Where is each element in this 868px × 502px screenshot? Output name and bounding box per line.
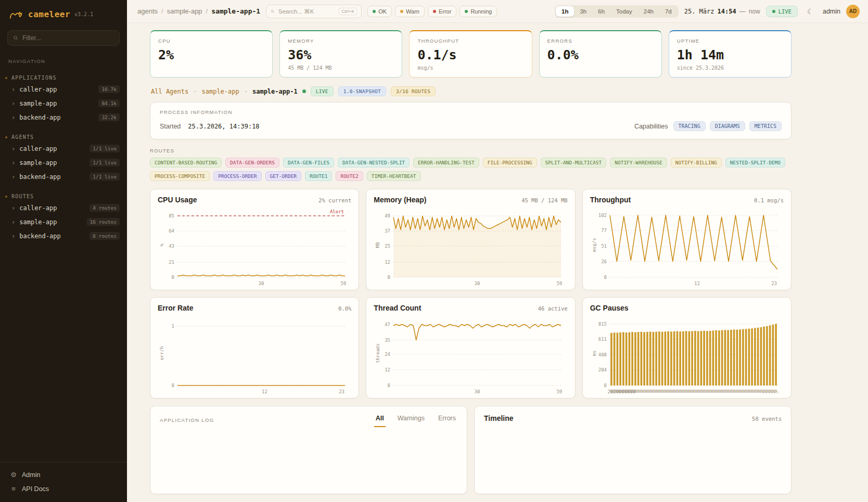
svg-text:0: 0 (172, 275, 174, 280)
agent-badge-live[interactable]: LIVE (311, 86, 334, 96)
chevron-right-icon: › (11, 86, 15, 93)
process-information-card: PROCESS INFORMATION Started 25.3.2026, 1… (150, 102, 792, 139)
main-content: CPU 2% MEMORY 36% 45 MB / 124 MB THROUGH… (127, 23, 792, 494)
route-chip-timer-heartbeat[interactable]: TIMER-HEARTBEAT (367, 171, 421, 181)
filter-input[interactable] (22, 34, 114, 42)
agent-badge-3-16-routes[interactable]: 3/16 ROUTES (391, 86, 436, 96)
time-range-7d[interactable]: 7d (659, 6, 678, 17)
sidebar-item-label: backend-app (19, 233, 60, 240)
route-chip-process-order[interactable]: PROCESS-ORDER (213, 171, 261, 181)
route-chip-route1[interactable]: ROUTE1 (305, 171, 332, 181)
sidebar-item-routes-backend-app[interactable]: ›backend-app6 routes (0, 229, 127, 243)
route-chip-nested-split-demo[interactable]: NESTED-SPLIT-DEMO (725, 158, 785, 168)
stat-sub (158, 65, 264, 71)
svg-text:49: 49 (385, 213, 390, 218)
live-indicator[interactable]: LIVE (766, 6, 798, 17)
status-filter-warn[interactable]: Warn (395, 6, 425, 17)
sidebar-item-agents-caller-app[interactable]: ›caller-app1/1 live (0, 141, 127, 156)
breadcrumb-item-agents[interactable]: agents (137, 7, 158, 15)
log-tab-errors[interactable]: Errors (437, 413, 457, 427)
chart-card-error-rate: Error Rate 0.0% 011223err/h (150, 297, 359, 398)
sidebar-item-badge: 4 routes (90, 204, 120, 212)
route-chip-split-and-multicast[interactable]: SPLIT-AND-MULTICAST (541, 158, 607, 168)
chart-card-memory: Memory (Heap) 45 MB / 124 MB 01225374930… (366, 189, 575, 290)
route-chip-data-gen-nested-split[interactable]: DATA-GEN-NESTED-SPLIT (338, 158, 410, 168)
svg-text:815: 815 (598, 321, 606, 327)
chart-plot: 0214364853059%Alert (158, 206, 351, 287)
svg-text:408: 408 (598, 352, 606, 357)
status-filter-ok[interactable]: OK (367, 6, 392, 17)
stat-value: 2% (158, 47, 264, 62)
timeline-events-count: 50 events (752, 416, 782, 422)
svg-text:43: 43 (169, 243, 174, 249)
svg-text:MB: MB (375, 242, 380, 248)
sidebar-item-agents-backend-app[interactable]: ›backend-app1/1 live (0, 170, 127, 184)
live-dot-icon (772, 10, 775, 13)
sidebar-footer-admin[interactable]: ⚙Admin (0, 468, 127, 482)
capability-chip-tracing[interactable]: TRACING (673, 121, 706, 131)
status-filter-group: OKWarnErrorRunning (367, 6, 497, 17)
route-chip-notify-billing[interactable]: NOTIFY-BILLING (671, 158, 722, 168)
sidebar-item-applications-sample-app[interactable]: ›sample-app84.1k (0, 96, 127, 110)
status-filter-running[interactable]: Running (459, 6, 497, 17)
sidebar-item-badge: 1/1 live (90, 145, 120, 152)
dark-mode-toggle[interactable]: ☾ (803, 5, 817, 18)
breadcrumb-item-sample-app-1[interactable]: sample-app-1 (211, 7, 260, 15)
log-tab-warnings[interactable]: Warnings (396, 413, 426, 427)
sidebar-filter[interactable] (7, 30, 120, 46)
capability-chip-diagrams[interactable]: DIAGRAMS (710, 121, 745, 131)
avatar[interactable]: AD (846, 5, 860, 18)
sidebar-item-applications-backend-app[interactable]: ›backend-app32.2k (0, 110, 127, 124)
route-chip-process-composite[interactable]: PROCESS-COMPOSITE (150, 171, 210, 181)
route-chip-error-handling-test[interactable]: ERROR-HANDLING-TEST (413, 158, 479, 168)
time-range-1h[interactable]: 1h (556, 6, 574, 17)
breadcrumb: agents/sample-app/sample-app-1 (137, 7, 260, 15)
chart-meta: 2% current (318, 197, 351, 203)
route-chip-file-processing[interactable]: FILE-PROCESSING (483, 158, 537, 168)
status-filter-label: OK (378, 8, 387, 15)
route-chip-route2[interactable]: ROUTE2 (336, 171, 363, 181)
svg-text:64: 64 (169, 228, 174, 234)
sidebar-footer-api-docs[interactable]: ≡API Docs (0, 482, 127, 496)
time-range-3h[interactable]: 3h (574, 6, 592, 17)
breadcrumb-separator: / (161, 7, 163, 15)
chevron-right-icon: › (11, 219, 15, 225)
route-chip-data-gen-orders[interactable]: DATA-GEN-ORDERS (225, 158, 279, 168)
sidebar-item-agents-sample-app[interactable]: ›sample-app1/1 live (0, 156, 127, 170)
chart-title: Error Rate (158, 304, 193, 312)
log-tab-all[interactable]: All (374, 413, 386, 427)
sidebar-item-routes-caller-app[interactable]: ›caller-app4 routes (0, 201, 127, 215)
search-input[interactable] (278, 8, 335, 15)
svg-text:25: 25 (385, 243, 390, 249)
route-chip-get-order[interactable]: GET-ORDER (265, 171, 301, 181)
status-filter-error[interactable]: Error (428, 6, 456, 17)
agent-crumb-all-agents[interactable]: All Agents (151, 88, 188, 95)
sidebar-item-routes-sample-app[interactable]: ›sample-app16 routes (0, 215, 127, 229)
svg-text:1: 1 (172, 324, 174, 329)
route-chip-notify-warehouse[interactable]: NOTIFY-WAREHOUSE (610, 158, 667, 168)
app-version: v3.2.1 (74, 11, 93, 17)
global-search[interactable]: Ctrl+K (266, 5, 362, 18)
agent-badge-1-0-snapshot[interactable]: 1.0-SNAPSHOT (338, 86, 386, 96)
charts-grid: CPU Usage 2% current 0214364853059%Alert… (150, 189, 792, 398)
capabilities-label: Capabilities (634, 123, 668, 130)
capability-chip-metrics[interactable]: METRICS (749, 121, 782, 131)
date-day: 25. März (684, 8, 714, 15)
breadcrumb-item-sample-app[interactable]: sample-app (167, 7, 202, 15)
chart-canvas-threads: 0122435473059threads (374, 314, 567, 395)
date-range[interactable]: 25. März 14:54 — now (684, 8, 760, 15)
time-range-today[interactable]: Today (610, 6, 638, 17)
sidebar-item-applications-caller-app[interactable]: ›caller-app10.7k (0, 82, 127, 96)
time-range-6h[interactable]: 6h (592, 6, 610, 17)
process-info-title: PROCESS INFORMATION (160, 109, 782, 115)
svg-text:24: 24 (385, 352, 390, 357)
route-chip-content-based-routing[interactable]: CONTENT-BASED-ROUTING (150, 158, 222, 168)
stat-label: ERRORS (547, 38, 654, 44)
agent-crumb-sample-app[interactable]: sample-app (201, 88, 239, 95)
svg-text:51: 51 (601, 243, 607, 249)
chart-plot: 0122435473059threads (374, 314, 567, 395)
section-bullet-icon (5, 196, 7, 198)
chart-header: Throughput 0.1 msg/s (590, 196, 784, 204)
time-range-24h[interactable]: 24h (638, 6, 659, 17)
route-chip-data-gen-files[interactable]: DATA-GEN-FILES (283, 158, 334, 168)
